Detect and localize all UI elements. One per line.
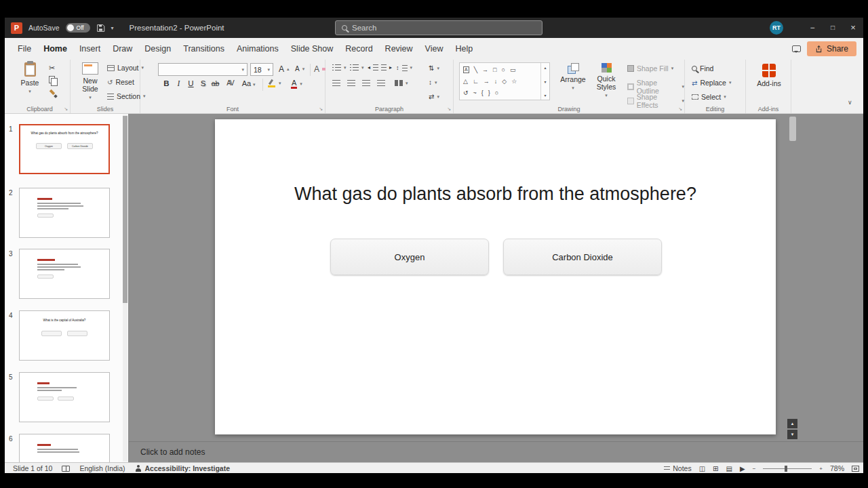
- font-name-combo[interactable]: ▾: [158, 63, 248, 76]
- shape-fill-button[interactable]: Shape Fill▾: [627, 64, 673, 73]
- tab-draw[interactable]: Draw: [106, 38, 138, 60]
- slide-title[interactable]: What gas do plants absorb from the atmos…: [215, 184, 776, 205]
- align-text-button[interactable]: ↕▾: [429, 79, 437, 86]
- drawing-dialog-launcher[interactable]: ↘: [678, 106, 682, 112]
- text-shadow-button[interactable]: S: [197, 79, 209, 87]
- share-button[interactable]: Share: [807, 41, 856, 56]
- decrease-indent-button[interactable]: ◂: [368, 64, 378, 70]
- reset-button[interactable]: ↺ Reset: [107, 78, 134, 86]
- diamond-shape-icon[interactable]: ◇: [502, 78, 507, 85]
- right-brace-shape-icon[interactable]: }: [488, 89, 490, 96]
- ribbon-collapse-chevron[interactable]: ∨: [848, 99, 852, 106]
- comments-icon[interactable]: [792, 45, 801, 52]
- autosave-toggle[interactable]: Off: [66, 23, 90, 33]
- copy-button[interactable]: [49, 76, 55, 83]
- gallery-scroll-up-icon[interactable]: ▴: [544, 65, 546, 70]
- font-color-button[interactable]: A▾: [291, 79, 302, 89]
- ellipse-shape-icon[interactable]: ○: [502, 66, 505, 73]
- tab-slide-show[interactable]: Slide Show: [285, 38, 340, 60]
- quick-styles-button[interactable]: Quick Styles ▾: [591, 63, 622, 98]
- line-shape-icon[interactable]: ╲: [474, 66, 477, 73]
- gallery-more-icon[interactable]: ▾: [544, 93, 546, 98]
- justify-button[interactable]: [377, 80, 385, 86]
- notes-pane[interactable]: Click to add notes: [129, 441, 863, 462]
- format-painter-button[interactable]: [49, 89, 57, 98]
- zoom-slider[interactable]: [763, 468, 812, 469]
- tab-animations[interactable]: Animations: [231, 38, 285, 60]
- tab-insert[interactable]: Insert: [73, 38, 106, 60]
- text-highlight-button[interactable]: ▾: [268, 79, 281, 87]
- new-slide-button[interactable]: New Slide ▾: [76, 62, 104, 100]
- oval-shape-icon[interactable]: ○: [495, 89, 498, 96]
- select-button[interactable]: Select▾: [692, 93, 726, 101]
- quick-access-dropdown-icon[interactable]: ▾: [111, 25, 114, 31]
- tab-home[interactable]: Home: [37, 38, 73, 60]
- font-size-combo[interactable]: 18▾: [250, 63, 273, 76]
- triangle-shape-icon[interactable]: △: [463, 78, 468, 85]
- scribble-shape-icon[interactable]: ~: [473, 89, 477, 96]
- slide-thumbnail-6[interactable]: [19, 434, 110, 462]
- paste-button[interactable]: Paste ▾: [15, 62, 45, 94]
- arrow-right-shape-icon[interactable]: →: [484, 78, 490, 85]
- left-brace-shape-icon[interactable]: {: [481, 89, 484, 96]
- decrease-font-size-button[interactable]: A▾: [295, 65, 304, 73]
- addins-button[interactable]: Add-ins: [754, 64, 784, 87]
- find-button[interactable]: Find: [692, 64, 713, 73]
- powerpoint-app-icon[interactable]: P: [11, 22, 22, 34]
- tab-review[interactable]: Review: [379, 38, 419, 60]
- clipboard-dialog-launcher[interactable]: ↘: [64, 106, 68, 112]
- spell-check-icon[interactable]: [62, 466, 70, 472]
- character-spacing-button[interactable]: AV: [224, 79, 236, 87]
- bold-button[interactable]: B: [161, 79, 172, 87]
- line-spacing-button[interactable]: ↕▾: [396, 64, 412, 71]
- tab-help[interactable]: Help: [449, 38, 479, 60]
- slide-thumbnail-3[interactable]: [19, 249, 110, 299]
- clear-formatting-button[interactable]: A: [314, 64, 326, 74]
- curve-shape-icon[interactable]: ↺: [463, 89, 469, 96]
- accessibility-status[interactable]: Accessibility: Investigate: [135, 464, 230, 472]
- search-input[interactable]: [352, 24, 536, 32]
- gallery-scroll-down-icon[interactable]: ▾: [544, 79, 546, 84]
- answer-button-oxygen[interactable]: Oxygen: [330, 239, 489, 275]
- tab-transitions[interactable]: Transitions: [177, 38, 231, 60]
- close-button[interactable]: ×: [843, 18, 863, 38]
- slide-canvas[interactable]: What gas do plants absorb from the atmos…: [215, 119, 776, 434]
- align-center-button[interactable]: [347, 80, 355, 86]
- tab-record[interactable]: Record: [339, 38, 378, 60]
- zoom-in-button[interactable]: +: [819, 466, 823, 472]
- avatar[interactable]: RT: [770, 21, 783, 35]
- notes-placeholder[interactable]: Click to add notes: [140, 447, 205, 457]
- slide-show-button[interactable]: ▶: [740, 465, 745, 472]
- normal-view-button[interactable]: ◫: [699, 465, 705, 472]
- text-direction-button[interactable]: ⇅▾: [429, 64, 439, 72]
- change-case-dropdown-icon[interactable]: ▾: [253, 82, 256, 87]
- arrow-shape-icon[interactable]: →: [482, 66, 488, 73]
- next-slide-button[interactable]: ▼: [787, 430, 797, 439]
- reading-view-button[interactable]: ▤: [726, 465, 732, 472]
- slide-thumbnail-1[interactable]: What gas do plants absorb from the atmos…: [19, 124, 110, 174]
- thumbnail-scrollbar-thumb[interactable]: [123, 116, 127, 303]
- columns-button[interactable]: ▾: [395, 80, 408, 86]
- zoom-level[interactable]: 78%: [830, 464, 844, 472]
- tab-view[interactable]: View: [419, 38, 450, 60]
- layout-button[interactable]: Layout▾: [107, 64, 144, 72]
- zoom-out-button[interactable]: −: [753, 466, 756, 472]
- increase-indent-button[interactable]: ▸: [381, 64, 392, 70]
- slide-thumbnail-4[interactable]: What is the capital of Australia?: [19, 310, 110, 361]
- zoom-slider-thumb[interactable]: [785, 466, 787, 472]
- slide-thumbnail-2[interactable]: [19, 188, 110, 238]
- search-box[interactable]: [335, 20, 542, 35]
- restore-button[interactable]: □: [823, 18, 843, 38]
- right-angle-shape-icon[interactable]: ∟: [473, 78, 479, 85]
- slide-thumbnail-5[interactable]: [19, 372, 110, 422]
- underline-button[interactable]: U: [185, 79, 197, 87]
- align-right-button[interactable]: [362, 80, 370, 86]
- notes-toggle-button[interactable]: Notes: [664, 464, 691, 472]
- italic-button[interactable]: I: [173, 79, 184, 87]
- fit-slide-to-window-icon[interactable]: [852, 466, 859, 472]
- numbering-button[interactable]: ▾: [350, 64, 364, 70]
- bullets-button[interactable]: ▾: [332, 64, 347, 70]
- text-box-shape-icon[interactable]: A: [463, 66, 469, 73]
- strikethrough-button[interactable]: ab: [210, 79, 221, 87]
- thumbnail-scrollbar[interactable]: [123, 115, 127, 462]
